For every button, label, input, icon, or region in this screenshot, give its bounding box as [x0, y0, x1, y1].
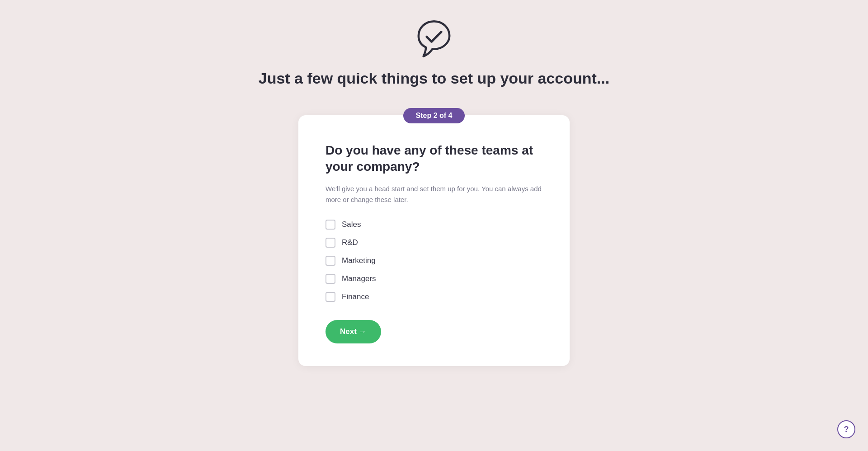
- list-item[interactable]: Managers: [326, 274, 542, 284]
- finance-label[interactable]: Finance: [342, 292, 369, 301]
- list-item[interactable]: Sales: [326, 220, 542, 230]
- help-button[interactable]: ?: [837, 420, 855, 438]
- rd-label[interactable]: R&D: [342, 238, 358, 247]
- page-headline: Just a few quick things to set up your a…: [259, 70, 609, 87]
- list-item[interactable]: Marketing: [326, 256, 542, 266]
- managers-checkbox[interactable]: [326, 274, 335, 284]
- card-question: Do you have any of these teams at your c…: [326, 142, 542, 175]
- sales-label[interactable]: Sales: [342, 220, 361, 229]
- list-item[interactable]: Finance: [326, 292, 542, 302]
- marketing-checkbox[interactable]: [326, 256, 335, 266]
- marketing-label[interactable]: Marketing: [342, 256, 376, 265]
- setup-card: Do you have any of these teams at your c…: [298, 115, 570, 366]
- logo-icon: [414, 18, 454, 59]
- teams-checkbox-list: Sales R&D Marketing Managers Finance: [326, 220, 542, 302]
- app-logo: [414, 18, 454, 61]
- step-badge: Step 2 of 4: [403, 108, 465, 123]
- managers-label[interactable]: Managers: [342, 274, 376, 283]
- finance-checkbox[interactable]: [326, 292, 335, 302]
- next-button[interactable]: Next →: [326, 320, 381, 343]
- rd-checkbox[interactable]: [326, 238, 335, 248]
- card-description: We'll give you a head start and set them…: [326, 183, 542, 205]
- sales-checkbox[interactable]: [326, 220, 335, 230]
- list-item[interactable]: R&D: [326, 238, 542, 248]
